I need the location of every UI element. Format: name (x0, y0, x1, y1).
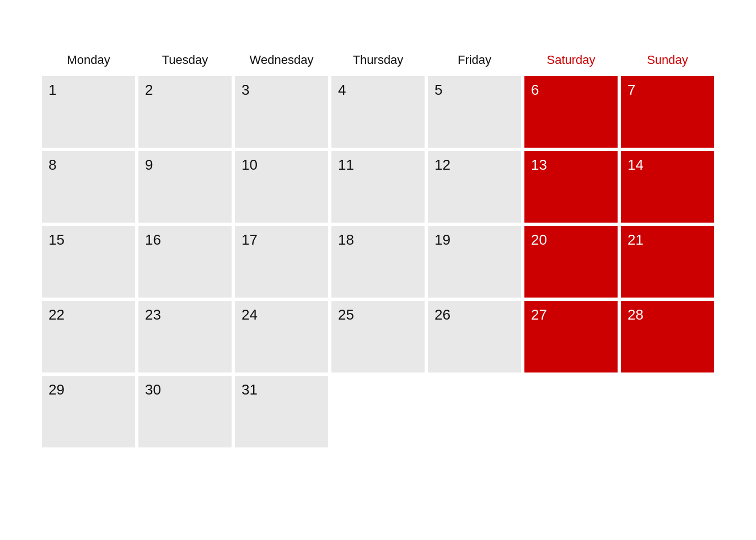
day-cell-31: 31 (235, 376, 328, 447)
week-row-5: 293031 (42, 376, 714, 447)
day-number: 31 (242, 381, 258, 398)
day-cell-26: 26 (428, 301, 521, 372)
day-number: 30 (145, 381, 161, 398)
day-cell-6: 6 (524, 76, 618, 148)
day-cell-16: 16 (138, 226, 232, 298)
day-cell-30: 30 (138, 376, 232, 447)
day-number: 24 (242, 306, 258, 323)
day-number: 25 (338, 306, 354, 323)
day-cell-23: 23 (138, 301, 232, 372)
day-number: 8 (49, 156, 56, 173)
day-number: 16 (145, 231, 161, 248)
day-header-friday: Friday (428, 53, 521, 73)
header-row: MondayTuesdayWednesdayThursdayFridaySatu… (42, 53, 714, 73)
day-cell-12: 12 (428, 151, 521, 223)
day-header-saturday: Saturday (524, 53, 618, 73)
day-cell-18: 18 (331, 226, 425, 298)
day-number: 6 (531, 82, 539, 98)
day-number: 12 (435, 156, 451, 173)
day-number: 22 (49, 306, 65, 323)
day-number: 9 (145, 156, 153, 173)
day-number: 7 (628, 82, 635, 98)
empty-cell (621, 376, 714, 447)
empty-cell (428, 376, 521, 447)
day-cell-25: 25 (331, 301, 425, 372)
day-number: 15 (49, 231, 65, 248)
day-cell-11: 11 (331, 151, 425, 223)
day-number: 17 (242, 231, 258, 248)
day-number: 18 (338, 231, 354, 248)
week-row-4: 22232425262728 (42, 301, 714, 372)
day-number: 5 (435, 82, 442, 98)
empty-cell (524, 376, 618, 447)
day-number: 26 (435, 306, 451, 323)
day-number: 14 (628, 156, 644, 173)
day-cell-24: 24 (235, 301, 328, 372)
day-cell-28: 28 (621, 301, 714, 372)
day-cell-29: 29 (42, 376, 135, 447)
day-number: 23 (145, 306, 161, 323)
day-header-sunday: Sunday (621, 53, 714, 73)
day-cell-3: 3 (235, 76, 328, 148)
day-cell-7: 7 (621, 76, 714, 148)
day-number: 2 (145, 82, 153, 98)
day-number: 28 (628, 306, 644, 323)
day-number: 4 (338, 82, 346, 98)
day-cell-19: 19 (428, 226, 521, 298)
empty-cell (331, 376, 425, 447)
day-cell-17: 17 (235, 226, 328, 298)
day-number: 13 (531, 156, 547, 173)
day-number: 11 (338, 156, 354, 173)
day-header-tuesday: Tuesday (138, 53, 232, 73)
day-cell-21: 21 (621, 226, 714, 298)
day-cell-20: 20 (524, 226, 618, 298)
day-header-monday: Monday (42, 53, 135, 73)
day-number: 1 (49, 82, 56, 98)
calendar-grid: MondayTuesdayWednesdayThursdayFridaySatu… (39, 50, 717, 451)
day-cell-4: 4 (331, 76, 425, 148)
day-number: 29 (49, 381, 65, 398)
week-row-2: 891011121314 (42, 151, 714, 223)
day-number: 21 (628, 231, 644, 248)
day-number: 20 (531, 231, 547, 248)
day-cell-2: 2 (138, 76, 232, 148)
day-cell-15: 15 (42, 226, 135, 298)
week-row-3: 15161718192021 (42, 226, 714, 298)
day-cell-22: 22 (42, 301, 135, 372)
day-cell-9: 9 (138, 151, 232, 223)
day-number: 27 (531, 306, 547, 323)
day-number: 10 (242, 156, 258, 173)
day-cell-1: 1 (42, 76, 135, 148)
day-cell-13: 13 (524, 151, 618, 223)
day-cell-5: 5 (428, 76, 521, 148)
day-header-thursday: Thursday (331, 53, 425, 73)
day-cell-27: 27 (524, 301, 618, 372)
calendar-container: MondayTuesdayWednesdayThursdayFridaySatu… (39, 33, 717, 451)
day-cell-14: 14 (621, 151, 714, 223)
day-number: 3 (242, 82, 249, 98)
day-header-wednesday: Wednesday (235, 53, 328, 73)
day-cell-8: 8 (42, 151, 135, 223)
day-cell-10: 10 (235, 151, 328, 223)
week-row-1: 1234567 (42, 76, 714, 148)
day-number: 19 (435, 231, 451, 248)
